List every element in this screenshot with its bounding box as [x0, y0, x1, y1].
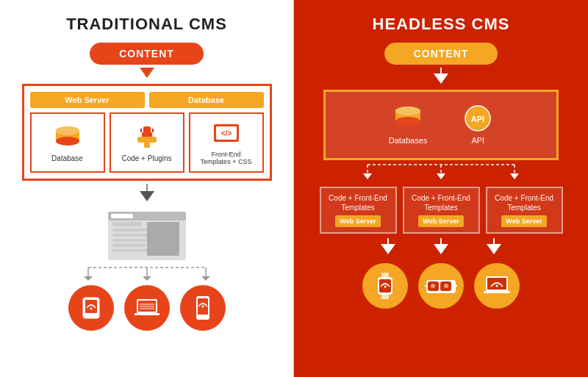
watch-icon	[375, 273, 395, 299]
database-icon-box: Database	[30, 112, 105, 173]
monitor-illustration	[107, 210, 187, 262]
database-icon	[54, 125, 82, 150]
arrow-box-to-monitor	[140, 184, 154, 201]
trad-connection-lines	[66, 265, 228, 281]
phone-device	[180, 285, 226, 331]
svg-point-44	[395, 117, 420, 126]
svg-point-63	[431, 284, 435, 288]
headless-content-pill: CONTENT	[384, 43, 498, 65]
svg-point-2	[56, 137, 79, 146]
webserver-box-1: Code + Front-End Templates Web Server	[320, 187, 397, 234]
svg-text:</>: </>	[220, 129, 232, 137]
headless-arrows-row	[331, 238, 551, 254]
laptop-device-headless	[474, 263, 520, 309]
svg-rect-35	[135, 313, 159, 315]
headless-cms-title: HEADLESS CMS	[373, 15, 510, 34]
traditional-cms-panel: TRADITIONAL CMS CONTENT Web Server Datab…	[0, 0, 293, 377]
svg-point-59	[384, 286, 387, 288]
svg-rect-69	[484, 291, 510, 293]
traditional-cms-title: TRADITIONAL CMS	[66, 15, 227, 34]
frontend-icon: </>	[212, 121, 240, 146]
web-server-header: Web Server	[30, 92, 145, 108]
webserver-label-3: Web Server	[501, 215, 546, 227]
vr-glasses-icon	[425, 276, 457, 296]
svg-rect-55	[381, 273, 389, 277]
svg-rect-7	[144, 143, 150, 148]
headless-connection-lines	[331, 162, 551, 181]
databases-icon	[392, 105, 423, 132]
traditional-cms-box: Web Server Database Database	[22, 84, 272, 181]
laptop-icon	[134, 297, 160, 319]
tablet-device	[68, 285, 114, 331]
api-icon-box: API API	[451, 99, 505, 151]
api-icon: API	[462, 105, 493, 132]
svg-point-32	[90, 308, 92, 310]
svg-marker-25	[84, 276, 93, 281]
svg-marker-50	[363, 173, 372, 179]
webserver-label-2: Web Server	[418, 215, 463, 227]
tablet-icon	[80, 296, 102, 320]
databases-icon-box: Databases	[377, 99, 440, 151]
svg-marker-27	[143, 276, 151, 281]
phone-icon	[194, 295, 212, 320]
laptop-icon-right	[483, 274, 511, 298]
svg-point-3	[56, 126, 79, 135]
connection-lines-svg	[66, 265, 228, 281]
svg-rect-6	[137, 137, 157, 143]
svg-rect-19	[112, 239, 153, 242]
webserver-box-2: Code + Front-End Templates Web Server	[403, 187, 480, 234]
watch-device	[362, 263, 408, 309]
svg-rect-22	[147, 222, 179, 256]
vr-glasses-device	[418, 263, 464, 309]
headless-cms-panel: HEADLESS CMS CONTENT Databases	[294, 0, 588, 377]
plugins-icon	[133, 125, 161, 150]
plugins-icon-box: Code + Plugins	[110, 112, 184, 173]
device-row-headless	[362, 263, 520, 309]
svg-rect-31	[85, 300, 97, 313]
svg-rect-20	[112, 244, 146, 247]
laptop-device	[124, 285, 170, 331]
webserver-boxes-row: Code + Front-End Templates Web Server Co…	[309, 187, 573, 234]
svg-rect-21	[112, 249, 149, 252]
arrow-content-to-box-right	[434, 68, 448, 84]
svg-text:API: API	[471, 115, 484, 123]
svg-point-70	[496, 285, 498, 287]
svg-rect-5	[142, 132, 152, 137]
svg-point-64	[444, 284, 448, 288]
svg-marker-29	[201, 276, 210, 281]
svg-rect-18	[112, 234, 149, 237]
headless-connection-svg	[331, 162, 551, 181]
svg-rect-56	[381, 295, 389, 299]
browser-icon	[107, 210, 187, 262]
svg-marker-52	[437, 173, 445, 179]
webserver-box-3: Code + Front-End Templates Web Server	[486, 187, 563, 234]
svg-rect-15	[111, 214, 133, 218]
svg-rect-68	[487, 278, 506, 290]
arrow-content-to-box	[140, 68, 154, 78]
svg-point-45	[395, 107, 420, 115]
svg-marker-54	[510, 173, 519, 179]
device-row-traditional	[68, 285, 226, 331]
headless-cms-box: Databases API API	[323, 90, 559, 160]
svg-point-41	[201, 306, 204, 308]
traditional-content-pill: CONTENT	[90, 43, 204, 65]
webserver-label-1: Web Server	[335, 215, 380, 227]
svg-rect-16	[112, 222, 142, 226]
frontend-icon-box: </> Front-EndTemplates + CSS	[189, 112, 264, 173]
database-header: Database	[149, 92, 264, 108]
